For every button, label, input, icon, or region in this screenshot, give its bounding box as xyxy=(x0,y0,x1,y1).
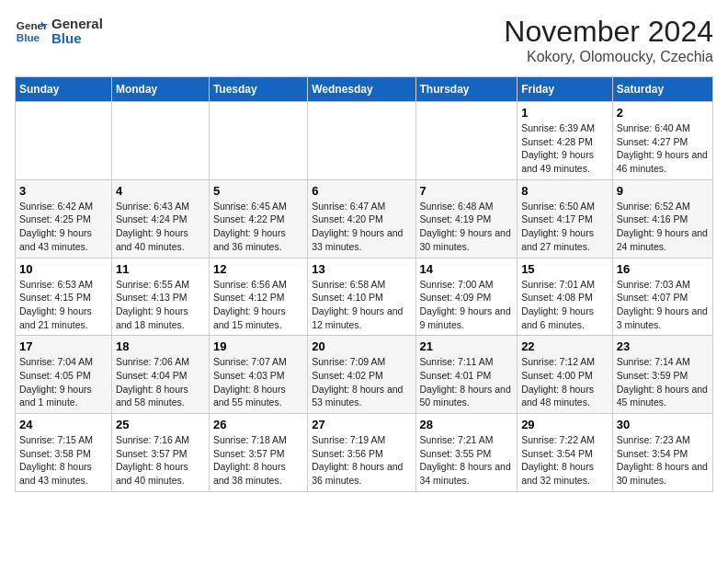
day-cell xyxy=(308,102,415,180)
week-row-2: 3Sunrise: 6:42 AM Sunset: 4:25 PM Daylig… xyxy=(16,179,713,258)
day-info: Sunrise: 6:55 AM Sunset: 4:13 PM Dayligh… xyxy=(116,278,205,332)
header-sunday: Sunday xyxy=(16,77,112,102)
day-info: Sunrise: 7:16 AM Sunset: 3:57 PM Dayligh… xyxy=(116,433,205,488)
day-info: Sunrise: 7:11 AM Sunset: 4:01 PM Dayligh… xyxy=(420,355,514,409)
day-number: 3 xyxy=(19,184,108,198)
day-number: 15 xyxy=(521,262,609,276)
day-number: 25 xyxy=(116,418,205,431)
day-cell: 22Sunrise: 7:12 AM Sunset: 4:00 PM Dayli… xyxy=(518,336,613,414)
day-info: Sunrise: 6:53 AM Sunset: 4:15 PM Dayligh… xyxy=(19,278,108,332)
day-cell: 13Sunrise: 6:58 AM Sunset: 4:10 PM Dayli… xyxy=(308,258,415,336)
day-number: 19 xyxy=(213,339,303,353)
day-cell: 17Sunrise: 7:04 AM Sunset: 4:05 PM Dayli… xyxy=(16,336,112,414)
page-header: General Blue General Blue November 2024 … xyxy=(15,15,713,65)
day-cell: 2Sunrise: 6:40 AM Sunset: 4:27 PM Daylig… xyxy=(612,102,712,180)
day-number: 5 xyxy=(213,184,303,198)
day-cell: 30Sunrise: 7:23 AM Sunset: 3:54 PM Dayli… xyxy=(612,414,712,492)
day-info: Sunrise: 7:19 AM Sunset: 3:56 PM Dayligh… xyxy=(312,433,411,488)
day-cell xyxy=(111,102,209,180)
header-saturday: Saturday xyxy=(612,77,712,102)
day-cell: 29Sunrise: 7:22 AM Sunset: 3:54 PM Dayli… xyxy=(518,414,613,492)
day-info: Sunrise: 7:22 AM Sunset: 3:54 PM Dayligh… xyxy=(521,433,609,488)
calendar-table: SundayMondayTuesdayWednesdayThursdayFrid… xyxy=(15,76,713,492)
day-number: 2 xyxy=(617,106,709,120)
day-info: Sunrise: 6:52 AM Sunset: 4:16 PM Dayligh… xyxy=(617,200,709,254)
day-info: Sunrise: 6:48 AM Sunset: 4:19 PM Dayligh… xyxy=(420,200,514,254)
day-cell: 28Sunrise: 7:21 AM Sunset: 3:55 PM Dayli… xyxy=(415,414,518,492)
day-info: Sunrise: 7:03 AM Sunset: 4:07 PM Dayligh… xyxy=(617,278,709,332)
header-friday: Friday xyxy=(518,77,613,102)
day-info: Sunrise: 7:01 AM Sunset: 4:08 PM Dayligh… xyxy=(521,278,609,332)
header-monday: Monday xyxy=(111,77,209,102)
day-number: 30 xyxy=(617,418,709,431)
day-cell: 14Sunrise: 7:00 AM Sunset: 4:09 PM Dayli… xyxy=(415,258,518,336)
day-number: 10 xyxy=(19,262,108,276)
day-cell: 15Sunrise: 7:01 AM Sunset: 4:08 PM Dayli… xyxy=(518,258,613,336)
day-info: Sunrise: 7:23 AM Sunset: 3:54 PM Dayligh… xyxy=(617,433,709,488)
day-cell: 18Sunrise: 7:06 AM Sunset: 4:04 PM Dayli… xyxy=(111,336,209,414)
day-number: 29 xyxy=(521,418,609,431)
day-number: 20 xyxy=(312,339,411,353)
day-cell: 8Sunrise: 6:50 AM Sunset: 4:17 PM Daylig… xyxy=(518,179,613,258)
day-number: 24 xyxy=(19,418,108,431)
day-info: Sunrise: 7:00 AM Sunset: 4:09 PM Dayligh… xyxy=(420,278,514,332)
day-number: 14 xyxy=(420,262,514,276)
day-cell: 9Sunrise: 6:52 AM Sunset: 4:16 PM Daylig… xyxy=(612,179,712,258)
week-row-3: 10Sunrise: 6:53 AM Sunset: 4:15 PM Dayli… xyxy=(16,258,713,336)
title-section: November 2024 Kokory, Olomoucky, Czechia xyxy=(504,15,713,65)
logo: General Blue General Blue xyxy=(15,15,103,48)
day-number: 9 xyxy=(617,184,709,198)
day-cell: 25Sunrise: 7:16 AM Sunset: 3:57 PM Dayli… xyxy=(111,414,209,492)
day-cell: 3Sunrise: 6:42 AM Sunset: 4:25 PM Daylig… xyxy=(16,179,112,258)
day-number: 23 xyxy=(617,339,709,353)
day-cell: 26Sunrise: 7:18 AM Sunset: 3:57 PM Dayli… xyxy=(209,414,307,492)
day-info: Sunrise: 6:58 AM Sunset: 4:10 PM Dayligh… xyxy=(312,278,411,332)
day-number: 1 xyxy=(521,106,609,120)
week-row-5: 24Sunrise: 7:15 AM Sunset: 3:58 PM Dayli… xyxy=(16,414,713,492)
day-cell: 10Sunrise: 6:53 AM Sunset: 4:15 PM Dayli… xyxy=(16,258,112,336)
day-number: 17 xyxy=(19,339,108,353)
day-info: Sunrise: 6:39 AM Sunset: 4:28 PM Dayligh… xyxy=(521,121,609,176)
day-number: 27 xyxy=(312,418,411,431)
day-cell xyxy=(415,102,518,180)
day-number: 22 xyxy=(521,339,609,353)
day-cell: 23Sunrise: 7:14 AM Sunset: 3:59 PM Dayli… xyxy=(612,336,712,414)
day-info: Sunrise: 7:07 AM Sunset: 4:03 PM Dayligh… xyxy=(213,355,303,409)
day-number: 26 xyxy=(213,418,303,431)
week-row-1: 1Sunrise: 6:39 AM Sunset: 4:28 PM Daylig… xyxy=(16,102,713,180)
week-row-4: 17Sunrise: 7:04 AM Sunset: 4:05 PM Dayli… xyxy=(16,336,713,414)
day-info: Sunrise: 6:50 AM Sunset: 4:17 PM Dayligh… xyxy=(521,200,609,254)
day-cell: 24Sunrise: 7:15 AM Sunset: 3:58 PM Dayli… xyxy=(16,414,112,492)
header-thursday: Thursday xyxy=(415,77,518,102)
day-number: 18 xyxy=(116,339,205,353)
header-wednesday: Wednesday xyxy=(308,77,415,102)
day-cell: 21Sunrise: 7:11 AM Sunset: 4:01 PM Dayli… xyxy=(415,336,518,414)
day-cell: 7Sunrise: 6:48 AM Sunset: 4:19 PM Daylig… xyxy=(415,179,518,258)
day-info: Sunrise: 6:56 AM Sunset: 4:12 PM Dayligh… xyxy=(213,278,303,332)
logo-general: General xyxy=(51,17,103,32)
day-number: 12 xyxy=(213,262,303,276)
day-number: 16 xyxy=(617,262,709,276)
day-info: Sunrise: 7:14 AM Sunset: 3:59 PM Dayligh… xyxy=(617,355,709,409)
day-cell: 4Sunrise: 6:43 AM Sunset: 4:24 PM Daylig… xyxy=(111,179,209,258)
day-cell: 16Sunrise: 7:03 AM Sunset: 4:07 PM Dayli… xyxy=(612,258,712,336)
day-number: 13 xyxy=(312,262,411,276)
day-number: 8 xyxy=(521,184,609,198)
day-cell: 12Sunrise: 6:56 AM Sunset: 4:12 PM Dayli… xyxy=(209,258,307,336)
day-info: Sunrise: 6:40 AM Sunset: 4:27 PM Dayligh… xyxy=(617,121,709,176)
day-cell xyxy=(209,102,307,180)
day-info: Sunrise: 7:15 AM Sunset: 3:58 PM Dayligh… xyxy=(19,433,108,488)
location-title: Kokory, Olomoucky, Czechia xyxy=(504,49,713,65)
day-info: Sunrise: 7:21 AM Sunset: 3:55 PM Dayligh… xyxy=(420,433,514,488)
day-info: Sunrise: 6:43 AM Sunset: 4:24 PM Dayligh… xyxy=(116,200,205,254)
day-info: Sunrise: 7:06 AM Sunset: 4:04 PM Dayligh… xyxy=(116,355,205,409)
day-cell xyxy=(16,102,112,180)
day-info: Sunrise: 7:09 AM Sunset: 4:02 PM Dayligh… xyxy=(312,355,411,409)
day-number: 7 xyxy=(420,184,514,198)
day-cell: 11Sunrise: 6:55 AM Sunset: 4:13 PM Dayli… xyxy=(111,258,209,336)
day-number: 21 xyxy=(420,339,514,353)
day-number: 6 xyxy=(312,184,411,198)
svg-text:Blue: Blue xyxy=(17,31,40,43)
day-info: Sunrise: 7:04 AM Sunset: 4:05 PM Dayligh… xyxy=(19,355,108,409)
month-title: November 2024 xyxy=(504,15,713,49)
